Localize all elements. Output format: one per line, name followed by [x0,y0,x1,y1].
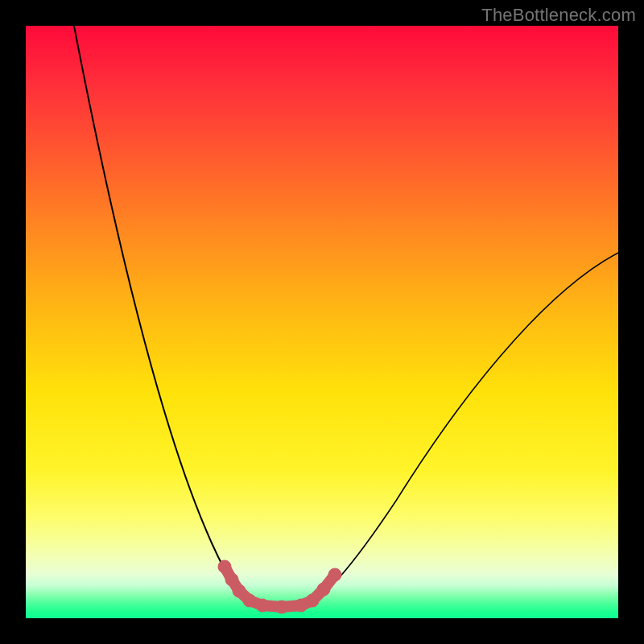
overlay-dot [275,601,288,613]
overlay-dot [243,594,256,607]
right-curve [308,251,618,604]
curve-layer [26,26,618,618]
chart-frame: TheBottleneck.com [0,0,644,644]
overlay-dot [317,583,330,596]
overlay-dot [225,573,238,586]
left-curve [72,26,251,604]
overlay-dot [233,584,246,597]
overlay-dot [256,599,269,612]
overlay-dot [306,594,319,607]
watermark-text: TheBottleneck.com [481,5,636,26]
overlay-dot [218,560,231,573]
plot-area [26,26,618,618]
bottom-overlay [218,560,341,613]
overlay-dot [328,568,341,581]
